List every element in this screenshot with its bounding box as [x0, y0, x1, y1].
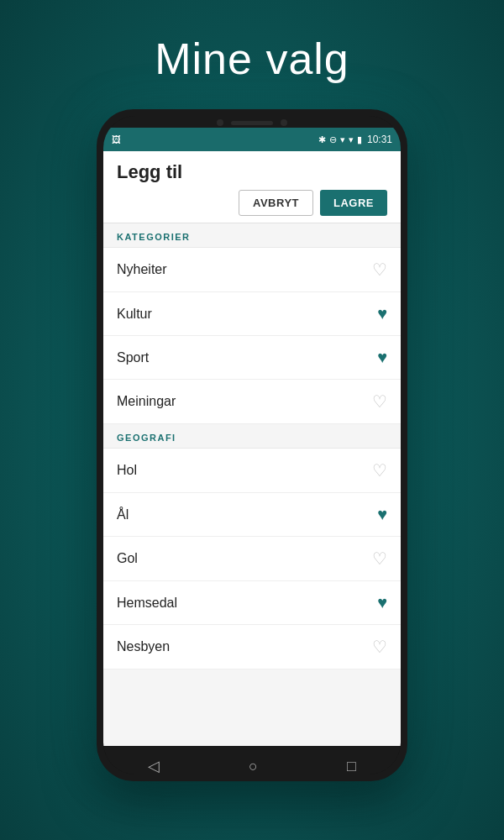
status-bar-left: 🖼 — [112, 134, 121, 144]
phone-frame: 🖼 ✱ ⊖ ▾ ▾ ▮ 10:31 Legg til AVBRYT — [97, 109, 407, 781]
bottom-nav: ◁ ○ □ — [103, 746, 401, 774]
status-bar: 🖼 ✱ ⊖ ▾ ▾ ▮ 10:31 — [103, 128, 401, 151]
item-label-sport: Sport — [117, 350, 149, 365]
list-item-hemsedal: Hemsedal ♥ — [103, 581, 401, 625]
item-label-al: Ål — [117, 507, 129, 522]
item-label-nesbyen: Nesbyen — [117, 639, 170, 654]
item-label-nyheiter: Nyheiter — [117, 262, 167, 277]
camera-dot-2 — [281, 119, 287, 126]
list-item-sport: Sport ♥ — [103, 336, 401, 380]
favorite-icon-kultur[interactable]: ♥ — [377, 304, 387, 323]
screen-content: Legg til AVBRYT LAGRE KATEGORIER Nyheite… — [103, 151, 401, 746]
battery-icon: ▮ — [357, 134, 362, 145]
cancel-button[interactable]: AVBRYT — [239, 190, 313, 216]
list-item-al: Ål ♥ — [103, 493, 401, 537]
item-label-hemsedal: Hemsedal — [117, 596, 177, 611]
speaker-bar — [231, 121, 273, 125]
list-item-hol: Hol ♡ — [103, 449, 401, 493]
favorite-icon-meiningar[interactable]: ♡ — [372, 391, 387, 412]
section-header-geografi: GEOGRAFI — [103, 424, 401, 449]
favorite-icon-gol[interactable]: ♡ — [372, 549, 387, 569]
back-button[interactable]: ◁ — [131, 750, 176, 774]
item-label-meiningar: Meiningar — [117, 394, 176, 409]
favorite-icon-al[interactable]: ♥ — [377, 505, 387, 524]
list-item-nesbyen: Nesbyen ♡ — [103, 625, 401, 669]
wifi-icon: ▾ — [340, 134, 345, 145]
favorite-icon-sport[interactable]: ♥ — [377, 348, 387, 367]
item-label-hol: Hol — [117, 463, 137, 478]
minus-circle-icon: ⊖ — [329, 134, 337, 145]
list-item-nyheiter: Nyheiter ♡ — [103, 248, 401, 292]
app-bar: Legg til AVBRYT LAGRE — [103, 151, 401, 223]
signal-icon: ▾ — [349, 134, 354, 145]
phone-notch — [103, 116, 401, 128]
favorite-icon-nyheiter[interactable]: ♡ — [372, 260, 387, 280]
section-header-kategorier: KATEGORIER — [103, 223, 401, 248]
item-label-kultur: Kultur — [117, 307, 152, 322]
list-item-meiningar: Meiningar ♡ — [103, 380, 401, 424]
app-bar-title: Legg til — [117, 161, 387, 183]
status-bar-right: ✱ ⊖ ▾ ▾ ▮ 10:31 — [318, 134, 392, 145]
page-title: Mine valg — [155, 34, 349, 84]
status-time: 10:31 — [367, 134, 392, 145]
bluetooth-icon: ✱ — [318, 134, 326, 145]
save-button[interactable]: LAGRE — [320, 190, 387, 216]
home-button[interactable]: ○ — [232, 751, 275, 775]
favorite-icon-hol[interactable]: ♡ — [372, 460, 387, 480]
button-row: AVBRYT LAGRE — [117, 190, 387, 216]
favorite-icon-hemsedal[interactable]: ♥ — [377, 593, 387, 612]
recents-button[interactable]: □ — [330, 751, 373, 775]
list-item-kultur: Kultur ♥ — [103, 292, 401, 336]
camera-dot — [217, 119, 223, 126]
list-item-gol: Gol ♡ — [103, 537, 401, 581]
item-label-gol: Gol — [117, 551, 138, 566]
image-icon: 🖼 — [112, 134, 121, 144]
list-content: KATEGORIER Nyheiter ♡ Kultur ♥ Sport ♥ — [103, 223, 401, 669]
favorite-icon-nesbyen[interactable]: ♡ — [372, 637, 387, 657]
